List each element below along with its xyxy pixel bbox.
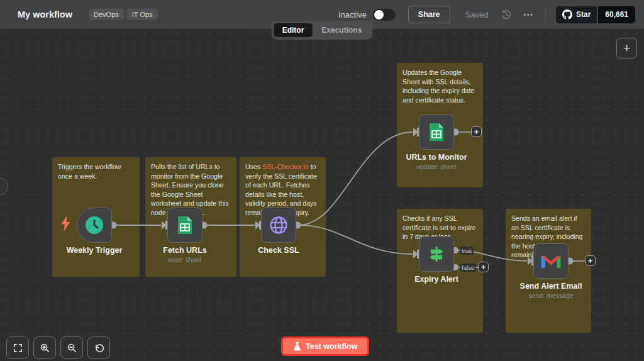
add-next-node-button[interactable]: + — [471, 126, 482, 137]
node-fetch-urls[interactable]: Fetch URLs read: sheet — [167, 208, 203, 243]
header-divider — [545, 6, 546, 23]
sticky-text-prefix: Uses — [245, 163, 262, 170]
add-node-button[interactable]: + — [616, 38, 637, 58]
n8n-workflow-editor: My workflow DevOps IT Ops Inactive Share… — [0, 0, 644, 361]
sticky-text: Updates the Google Sheet with SSL detail… — [402, 69, 474, 104]
node-name: Expiry Alert — [414, 275, 458, 284]
github-star-widget[interactable]: Star 60,661 — [556, 6, 635, 23]
node-expiry-alert[interactable]: Expiry Alert — [419, 236, 454, 272]
tag-itops[interactable]: IT Ops — [127, 9, 158, 20]
node-subtitle: send: message — [528, 292, 573, 299]
github-star-count[interactable]: 60,661 — [598, 6, 635, 23]
sticky-text: Triggers the workflow once a week. — [58, 163, 121, 180]
zoom-out-icon — [67, 343, 77, 353]
node-name: Fetch URLs — [163, 246, 206, 255]
gmail-icon — [541, 253, 561, 269]
toggle-knob — [374, 10, 384, 19]
globe-icon — [268, 214, 289, 236]
node-name: Check SSL — [258, 246, 299, 255]
tag-devops[interactable]: DevOps — [89, 9, 124, 20]
node-check-ssl[interactable]: Check SSL — [261, 208, 296, 243]
sidebar-collapse-handle[interactable] — [0, 177, 8, 195]
node-name: Send Alert Email — [520, 282, 582, 291]
github-star-button[interactable]: Star — [556, 6, 597, 23]
google-sheets-icon — [177, 215, 193, 235]
ssl-checker-link[interactable]: SSL-Checker.io — [262, 163, 309, 170]
github-icon — [562, 9, 572, 19]
node-urls-to-monitor[interactable]: URLs to Monitor update: sheet — [419, 114, 454, 150]
add-next-node-button[interactable]: + — [585, 255, 596, 266]
node-name: Weekly Trigger — [67, 246, 123, 255]
flask-icon — [293, 342, 301, 351]
google-sheets-icon — [428, 122, 445, 142]
workflow-canvas[interactable]: Triggers the workflow once a week. Pulls… — [0, 29, 644, 361]
saved-status: Saved — [465, 10, 489, 19]
tab-executions[interactable]: Executions — [313, 23, 370, 37]
active-status-label: Inactive — [338, 10, 367, 19]
zoom-in-icon — [40, 343, 50, 353]
tab-editor[interactable]: Editor — [274, 23, 313, 37]
output-label-true: true — [460, 247, 474, 255]
trigger-bolt-icon — [60, 216, 71, 231]
node-send-alert-email[interactable]: Send Alert Email send: message — [533, 243, 569, 279]
zoom-out-button[interactable] — [60, 336, 83, 359]
clock-icon — [84, 214, 105, 236]
add-next-node-button[interactable]: + — [478, 262, 489, 272]
node-subtitle: read: sheet — [169, 256, 202, 264]
header-actions: Inactive Share Saved ••• Star 60,661 — [338, 6, 635, 23]
if-branch-icon — [427, 245, 446, 264]
test-workflow-label: Test workflow — [306, 342, 357, 351]
output-label-false: false — [460, 264, 476, 272]
workflow-title[interactable]: My workflow — [18, 9, 72, 19]
node-weekly-trigger[interactable]: Weekly Trigger — [77, 208, 112, 243]
active-toggle[interactable] — [373, 9, 396, 21]
share-button[interactable]: Share — [408, 6, 450, 23]
canvas-controls — [6, 336, 110, 359]
undo-icon — [94, 343, 104, 353]
zoom-to-fit-button[interactable] — [6, 336, 29, 359]
fit-view-icon — [13, 343, 23, 353]
view-switcher: Editor Executions — [272, 21, 373, 40]
node-name: URLs to Monitor — [406, 153, 467, 162]
github-star-label: Star — [576, 10, 591, 19]
test-workflow-button[interactable]: Test workflow — [281, 336, 369, 356]
reset-zoom-button[interactable] — [87, 336, 110, 359]
node-subtitle: update: sheet — [416, 163, 457, 170]
workflow-tags: DevOps IT Ops — [89, 9, 158, 20]
more-options-icon[interactable]: ••• — [523, 11, 534, 18]
zoom-in-button[interactable] — [33, 336, 56, 359]
version-history-icon[interactable] — [501, 9, 512, 20]
